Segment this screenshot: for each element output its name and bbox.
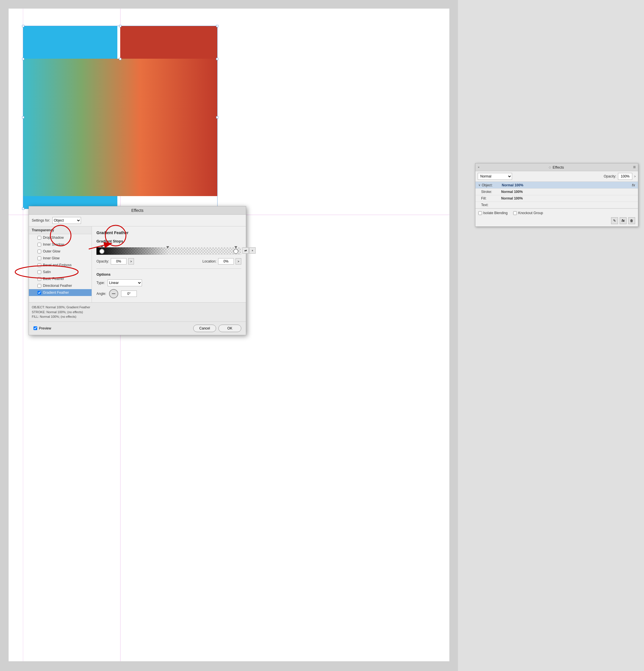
effects-panel: × ◇ Effects ≡ Normal Opacity: > ∨ Object… — [475, 163, 638, 227]
reverse-gradient-button[interactable]: ⇄ — [242, 247, 249, 254]
inner-glow-checkbox[interactable] — [38, 256, 41, 260]
isolate-blending-label[interactable]: Isolate Blending — [478, 211, 507, 215]
effects-text-label: Text: — [481, 203, 501, 207]
effects-panel-title: Effects — [553, 165, 564, 169]
effects-panel-header: × ◇ Effects ≡ — [476, 163, 638, 171]
effects-text-row[interactable]: Text: — [476, 202, 638, 208]
sidebar-item-satin[interactable]: Satin — [29, 268, 92, 275]
preview-label[interactable]: Preview — [34, 326, 51, 330]
sidebar-item-directional-feather[interactable]: Directional Feather — [29, 282, 92, 289]
stop-right[interactable] — [233, 246, 238, 254]
knockout-group-label[interactable]: Knockout Group — [513, 211, 543, 215]
effects-panel-close[interactable]: × — [478, 165, 479, 169]
basic-feather-checkbox[interactable] — [38, 277, 41, 281]
opacity-label: Opacity: — [604, 174, 616, 178]
isolate-blending-checkbox[interactable] — [478, 211, 482, 215]
angle-dial[interactable] — [109, 289, 118, 298]
settings-for-row: Settings for: Object — [29, 215, 246, 226]
opacity-field-arrow[interactable]: > — [128, 258, 134, 265]
drop-shadow-checkbox[interactable] — [38, 236, 41, 240]
add-stop-button[interactable]: + — [249, 247, 256, 254]
blend-mode-select[interactable]: Normal — [478, 173, 512, 180]
effects-stroke-value: Normal 100% — [501, 190, 523, 194]
bevel-emboss-checkbox[interactable] — [38, 263, 41, 267]
options-section: Options Type: Linear Angle: — [97, 268, 241, 298]
satin-checkbox[interactable] — [38, 270, 41, 274]
opacity-location-row: Opacity: > Location: > — [97, 258, 241, 265]
sidebar-item-outer-glow[interactable]: Outer Glow — [29, 248, 92, 255]
location-field-group: Location: > — [202, 258, 241, 265]
type-label: Type: — [97, 281, 105, 285]
dialog-main: Gradient Feather Gradient Stops — [92, 226, 246, 302]
sidebar-transparency-header: Transparency — [29, 226, 92, 234]
stop-right-circle[interactable] — [233, 249, 238, 254]
angle-label: Angle: — [97, 292, 106, 296]
cancel-button[interactable]: Cancel — [193, 325, 216, 332]
stop-left-triangle — [100, 246, 103, 249]
angle-dial-hand — [112, 293, 115, 294]
type-select[interactable]: Linear — [108, 279, 142, 286]
info-text-stroke: STROKE: Normal 100%; (no effects) — [32, 310, 243, 315]
effects-panel-menu[interactable]: ≡ — [633, 165, 636, 170]
effects-stroke-label: Stroke: — [481, 190, 501, 194]
sidebar-item-bevel-emboss[interactable]: Bevel and Emboss — [29, 262, 92, 268]
delete-effect-button[interactable]: 🗑 — [628, 217, 635, 224]
section-title: Gradient Feather — [97, 230, 241, 235]
effects-fill-value: Normal 100% — [501, 197, 523, 200]
sidebar-item-inner-glow[interactable]: Inner Glow — [29, 255, 92, 262]
dialog-body: Transparency Drop Shadow Inner Shadow Ou… — [29, 226, 246, 302]
canvas-area — [0, 0, 458, 671]
info-text-object: OBJECT: Normal 100%; Gradient Feather — [32, 305, 243, 310]
inner-shadow-checkbox[interactable] — [38, 243, 41, 246]
effects-footer: Isolate Blending Knockout Group ✎ fx 🗑 — [476, 208, 638, 226]
effects-table: ∨ Object: Normal 100% fx Stroke: Normal … — [476, 182, 638, 208]
settings-for-select[interactable]: Object — [52, 217, 81, 224]
effects-panel-toolbar: Normal Opacity: > — [476, 171, 638, 182]
sidebar-item-basic-feather[interactable]: Basic Feather — [29, 275, 92, 282]
edit-effects-button[interactable]: ✎ — [611, 217, 618, 224]
sidebar-item-inner-shadow[interactable]: Inner Shadow — [29, 241, 92, 248]
right-panel — [458, 0, 644, 671]
add-effect-button[interactable]: fx — [620, 217, 627, 224]
outer-glow-checkbox[interactable] — [38, 250, 41, 253]
sidebar-item-drop-shadow[interactable]: Drop Shadow — [29, 234, 92, 241]
effects-fill-row[interactable]: Fill: Normal 100% — [476, 195, 638, 202]
effects-fill-label: Fill: — [481, 197, 501, 200]
knockout-group-checkbox[interactable] — [513, 211, 517, 215]
gradient-bar-container: ⇄ + — [97, 246, 241, 256]
effects-object-row[interactable]: ∨ Object: Normal 100% fx — [476, 182, 638, 189]
stop-center[interactable] — [166, 246, 169, 249]
options-title: Options — [97, 272, 241, 277]
location-field-arrow[interactable]: > — [236, 258, 241, 265]
opacity-expand-arrow[interactable]: > — [634, 175, 636, 178]
stop-center-triangle — [166, 246, 169, 249]
angle-row: Angle: — [97, 289, 241, 298]
effects-stroke-row[interactable]: Stroke: Normal 100% — [476, 189, 638, 195]
angle-input[interactable] — [121, 291, 137, 297]
stop-right-triangle — [235, 246, 237, 249]
ok-button[interactable]: OK — [218, 325, 241, 332]
effects-action-buttons: ✎ fx 🗑 — [478, 217, 635, 224]
gradient-feather-checkbox[interactable] — [38, 291, 41, 294]
preview-text: Preview — [39, 326, 51, 330]
effects-object-label: Object: — [482, 183, 502, 187]
sidebar-item-gradient-feather[interactable]: Gradient Feather — [29, 289, 92, 296]
preview-checkbox[interactable] — [34, 326, 37, 330]
stop-left-circle[interactable] — [99, 249, 104, 254]
directional-feather-checkbox[interactable] — [38, 284, 41, 288]
dialog-info: OBJECT: Normal 100%; Gradient Feather ST… — [29, 302, 246, 321]
opacity-input[interactable] — [618, 173, 632, 180]
effects-diamond-icon: ◇ — [549, 165, 551, 169]
rect-gradient-main — [23, 59, 217, 196]
opacity-field-input[interactable] — [111, 258, 127, 265]
info-text-fill: FILL: Normal 100%; (no effects) — [32, 314, 243, 319]
location-field-label: Location: — [202, 259, 216, 263]
dialog-buttons: Cancel OK — [193, 325, 241, 332]
settings-for-label: Settings for: — [32, 218, 50, 223]
location-field-input[interactable] — [218, 258, 234, 265]
stop-left[interactable] — [99, 246, 104, 254]
effects-object-value: Normal 100% — [502, 183, 523, 187]
effects-checkboxes: Isolate Blending Knockout Group — [478, 211, 635, 215]
dialog-titlebar: Effects — [29, 206, 246, 215]
opacity-field-group: Opacity: > — [97, 258, 134, 265]
